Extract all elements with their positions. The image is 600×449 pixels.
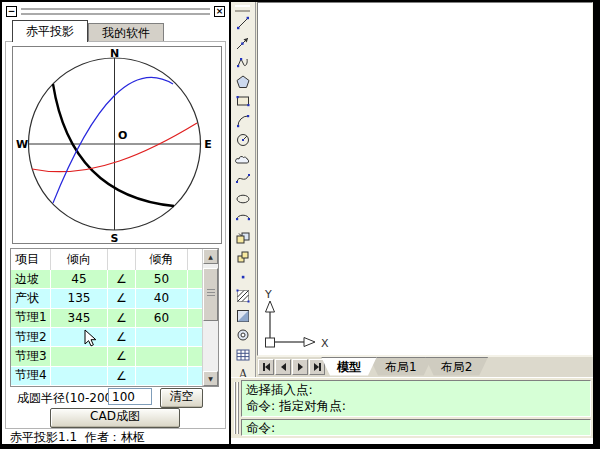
drawing-canvas[interactable]: Y X	[257, 2, 593, 356]
layout-prev-button[interactable]	[275, 359, 291, 375]
mouse-cursor	[84, 329, 97, 347]
table-row[interactable]: 节理1345∠60	[11, 309, 202, 328]
revision-cloud-icon[interactable]	[234, 151, 252, 169]
cell-item[interactable]: 节理1	[11, 309, 51, 327]
titlebar-grip[interactable]	[21, 8, 210, 15]
cell-item[interactable]: 边坡	[11, 270, 51, 288]
cell-spacer[interactable]	[188, 328, 202, 346]
region-icon[interactable]	[234, 326, 252, 344]
cell-dip-direction[interactable]: 45	[51, 270, 108, 288]
dip-table-header: 项目 倾向 倾角	[11, 249, 218, 271]
layout-last-button[interactable]	[309, 359, 325, 375]
cell-dip-direction[interactable]: 135	[51, 289, 108, 307]
toolbar-grip[interactable]	[235, 5, 250, 12]
cell-dip-angle[interactable]: 50	[136, 270, 188, 288]
layout-tab-3[interactable]: 布局2	[425, 357, 489, 376]
arc-slope	[53, 84, 174, 206]
point-icon[interactable]	[234, 268, 252, 286]
cell-angle-symbol[interactable]: ∠	[108, 328, 136, 346]
cell-item[interactable]: 节理4	[11, 367, 51, 385]
make-block-icon[interactable]	[234, 248, 252, 266]
panel-collapse-button[interactable]: −	[6, 6, 17, 17]
panel-tab-1[interactable]: 赤平投影	[12, 20, 88, 42]
insert-block-icon[interactable]	[234, 229, 252, 247]
layout-first-button[interactable]	[258, 359, 274, 375]
cell-item[interactable]: 节理2	[11, 328, 51, 346]
cell-spacer[interactable]	[188, 289, 202, 307]
cell-dip-angle[interactable]: 40	[136, 289, 188, 307]
cell-angle-symbol[interactable]: ∠	[108, 367, 136, 385]
hatch-icon[interactable]	[234, 287, 252, 305]
command-prompt-text: 命令:	[246, 420, 275, 435]
stereonet-plot: N S W E O	[12, 46, 222, 244]
table-row[interactable]: 节理4∠	[11, 367, 202, 386]
draw-toolbar: A	[231, 2, 256, 377]
table-icon[interactable]	[234, 346, 252, 364]
label-south: S	[111, 232, 119, 243]
cell-dip-angle[interactable]	[136, 367, 188, 385]
clear-button[interactable]: 清空	[160, 388, 203, 408]
table-row[interactable]: 节理3∠	[11, 347, 202, 366]
layout-tab-2[interactable]: 布局1	[369, 357, 433, 376]
cell-item[interactable]: 产状	[11, 289, 51, 307]
ucs-icon: Y X	[260, 288, 336, 354]
ellipse-arc-icon[interactable]	[234, 209, 252, 227]
scroll-thumb[interactable]	[203, 268, 218, 321]
cell-dip-direction[interactable]	[51, 367, 108, 385]
cell-spacer[interactable]	[188, 270, 202, 288]
label-origin: O	[118, 129, 127, 142]
radius-input[interactable]	[108, 388, 152, 405]
panel-footer-text: 赤平投影1.1 作者：林枢	[10, 429, 145, 446]
spline-icon[interactable]	[234, 170, 252, 188]
cell-dip-direction[interactable]: 345	[51, 309, 108, 327]
scroll-thumb-grip	[207, 289, 215, 297]
polyline-icon[interactable]	[234, 53, 252, 71]
header-angle	[108, 249, 136, 270]
cell-dip-angle[interactable]	[136, 328, 188, 346]
scroll-up-button[interactable]: ▲	[203, 249, 218, 264]
cell-dip-angle[interactable]: 60	[136, 309, 188, 327]
panel-tabs: 赤平投影我的软件	[12, 21, 164, 42]
rectangle-icon[interactable]	[234, 92, 252, 110]
cell-spacer[interactable]	[188, 367, 202, 385]
scroll-down-button[interactable]: ▼	[203, 371, 218, 386]
table-scrollbar[interactable]: ▲ ▼	[202, 249, 218, 386]
header-spacer	[188, 249, 202, 270]
label-north: N	[110, 47, 119, 60]
layout-tab-bar: 模型布局1布局2	[257, 356, 593, 377]
dip-table-body: 边坡45∠50产状135∠40节理1345∠60节理2∠节理3∠节理4∠	[11, 270, 202, 386]
command-history[interactable]: 选择插入点:命令: 指定对角点:	[241, 380, 591, 417]
line-icon[interactable]	[234, 14, 252, 32]
panel-titlebar[interactable]: − ×	[6, 5, 225, 18]
command-history-line: 选择插入点:	[246, 382, 586, 398]
table-row[interactable]: 节理2∠	[11, 328, 202, 347]
table-row[interactable]: 产状135∠40	[11, 289, 202, 308]
polygon-icon[interactable]	[234, 73, 252, 91]
construction-line-icon[interactable]	[234, 34, 252, 52]
cell-angle-symbol[interactable]: ∠	[108, 309, 136, 327]
layout-tab-1[interactable]: 模型	[321, 357, 377, 376]
cell-angle-symbol[interactable]: ∠	[108, 289, 136, 307]
panel-tab-2[interactable]: 我的软件	[88, 23, 164, 42]
cell-angle-symbol[interactable]: ∠	[108, 270, 136, 288]
header-item: 项目	[11, 249, 51, 270]
arc-icon[interactable]	[234, 112, 252, 130]
layout-next-button[interactable]	[292, 359, 308, 375]
layout-tabs: 模型布局1布局2	[329, 357, 488, 378]
cell-angle-symbol[interactable]: ∠	[108, 347, 136, 365]
command-window-grip[interactable]	[234, 382, 239, 434]
cell-spacer[interactable]	[188, 309, 202, 327]
command-input-line[interactable]: 命令:	[241, 419, 591, 436]
cell-dip-angle[interactable]	[136, 347, 188, 365]
cad-draw-button[interactable]: CAD成图	[50, 408, 180, 428]
cell-dip-direction[interactable]	[51, 347, 108, 365]
cell-item[interactable]: 节理3	[11, 347, 51, 365]
cell-dip-direction[interactable]	[51, 328, 108, 346]
circle-icon[interactable]	[234, 131, 252, 149]
multiline-text-icon[interactable]: A	[234, 365, 252, 377]
cell-spacer[interactable]	[188, 347, 202, 365]
ellipse-icon[interactable]	[234, 190, 252, 208]
gradient-icon[interactable]	[234, 307, 252, 325]
panel-close-button[interactable]: ×	[214, 6, 225, 17]
table-row[interactable]: 边坡45∠50	[11, 270, 202, 289]
